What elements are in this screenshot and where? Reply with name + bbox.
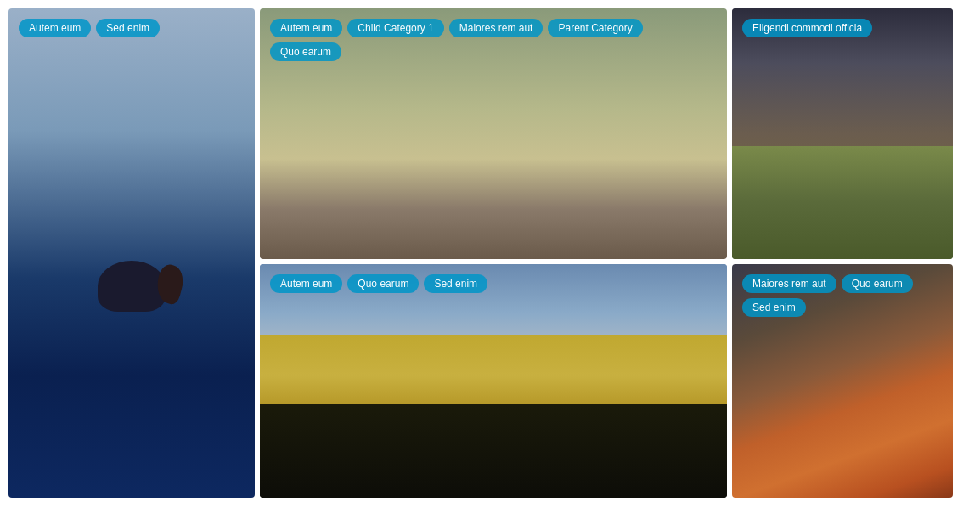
tag-quo-earum[interactable]: Quo earum xyxy=(347,274,419,293)
card-top-right: Eligendi commodi officia xyxy=(732,8,953,259)
tag-container: Autem eum Quo earum Sed enim xyxy=(270,274,717,293)
card-center-large: Autem eum Sed enim xyxy=(8,8,255,498)
tag-autem-eum[interactable]: Autem eum xyxy=(270,274,342,293)
tag-autem-eum[interactable]: Autem eum xyxy=(19,19,91,37)
card-background xyxy=(8,8,255,498)
tag-container: Maiores rem aut Quo earum Sed enim xyxy=(742,274,943,317)
card-bottom-right: Maiores rem aut Quo earum Sed enim xyxy=(732,264,953,498)
tag-maiores-rem-aut[interactable]: Maiores rem aut xyxy=(742,274,836,293)
card-top-left: Autem eum Child Category 1 Maiores rem a… xyxy=(260,8,727,259)
tag-container: Eligendi commodi officia xyxy=(742,19,943,37)
card-bottom-left: Autem eum Quo earum Sed enim xyxy=(260,264,727,498)
tag-parent-category[interactable]: Parent Category xyxy=(548,19,642,37)
tag-quo-earum[interactable]: Quo earum xyxy=(842,274,913,293)
tag-sed-enim[interactable]: Sed enim xyxy=(96,19,160,37)
tag-child-category-1[interactable]: Child Category 1 xyxy=(347,19,443,37)
tag-maiores-rem-aut[interactable]: Maiores rem aut xyxy=(449,19,544,37)
tag-quo-earum[interactable]: Quo earum xyxy=(270,42,341,61)
tag-sed-enim[interactable]: Sed enim xyxy=(424,274,487,293)
shoes-layer xyxy=(260,404,727,498)
tag-container: Autem eum Child Category 1 Maiores rem a… xyxy=(270,19,717,61)
tag-container: Autem eum Sed enim xyxy=(19,19,245,37)
tag-autem-eum[interactable]: Autem eum xyxy=(270,19,342,37)
photo-gallery: Autem eum Child Category 1 Maiores rem a… xyxy=(0,0,980,513)
field-layer xyxy=(732,146,953,259)
tag-eligendi[interactable]: Eligendi commodi officia xyxy=(742,19,872,37)
tag-sed-enim[interactable]: Sed enim xyxy=(742,298,806,317)
rock-shape xyxy=(98,261,166,312)
